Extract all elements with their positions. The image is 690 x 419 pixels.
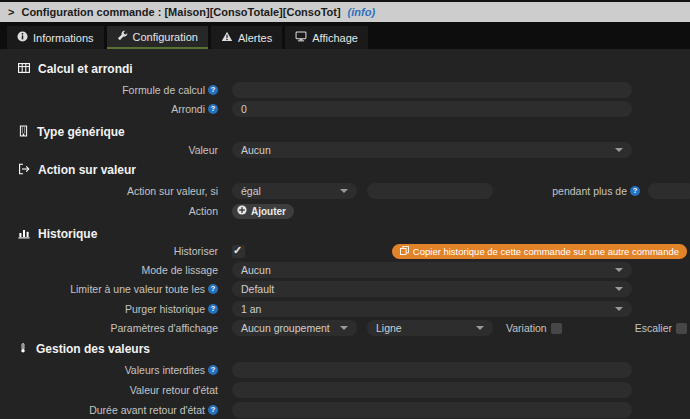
configuration-panel: Calcul et arrondi Formule de calcul Arro… xyxy=(0,49,690,418)
info-type-link[interactable]: (info) xyxy=(348,6,375,18)
chart-bar-icon xyxy=(18,227,30,242)
tab-label: Configuration xyxy=(133,31,198,43)
tab-label: Informations xyxy=(33,32,94,44)
info-circle-icon xyxy=(17,31,28,44)
valeur-select[interactable]: Aucun xyxy=(232,142,632,158)
mode-de-lissage-select[interactable]: Aucun xyxy=(232,262,632,278)
sign-out-icon xyxy=(18,163,30,178)
wrench-icon xyxy=(117,30,128,43)
tab-bar: Informations Configuration Alertes Affic… xyxy=(0,22,690,49)
parametres-affichage-label: Paramètres d'affichage xyxy=(0,322,222,334)
section-title: Action sur valeur xyxy=(38,163,136,177)
valeurs-interdites-label: Valeurs interdites xyxy=(0,364,222,376)
valeur-retour-etat-input[interactable] xyxy=(232,382,632,398)
section-title: Historique xyxy=(38,227,97,241)
action-sur-valeur-si-row: Action sur valeur, si égal pendant plus … xyxy=(0,183,690,199)
copy-icon xyxy=(400,246,409,257)
condition-select[interactable]: égal xyxy=(232,183,357,199)
action-sur-valeur-si-label: Action sur valeur, si xyxy=(0,185,222,197)
duree-avant-retour-etat-label: Durée avant retour d'état xyxy=(0,404,222,416)
arrondi-input[interactable] xyxy=(232,101,632,117)
section-historique: Historique xyxy=(18,227,690,241)
warning-triangle-icon xyxy=(221,31,233,44)
help-icon[interactable] xyxy=(208,304,218,314)
building-icon xyxy=(18,125,29,140)
parametres-affichage-row: Paramètres d'affichage Aucun groupement … xyxy=(0,320,690,336)
pendant-plus-de-label: pendant plus de xyxy=(552,185,640,197)
collapse-chevron-icon[interactable]: > xyxy=(8,6,14,18)
help-icon[interactable] xyxy=(208,365,218,375)
chevron-down-icon xyxy=(615,307,623,311)
valeur-retour-etat-row: Valeur retour d'état xyxy=(0,382,690,398)
variation-checkbox[interactable] xyxy=(551,323,562,334)
type-graphique-select[interactable]: Ligne xyxy=(367,320,493,336)
dialog-title: Configuration commande : [Maison][ConsoT… xyxy=(21,6,340,18)
mode-de-lissage-label: Mode de lissage xyxy=(0,264,222,276)
arrondi-label: Arrondi xyxy=(0,103,222,115)
mode-de-lissage-row: Mode de lissage Aucun xyxy=(0,262,690,278)
monitor-icon xyxy=(295,31,307,44)
section-title: Gestion des valeurs xyxy=(36,342,150,356)
pendant-plus-de-input[interactable] xyxy=(648,183,690,199)
copier-historique-button[interactable]: Copier historique de cette commande sur … xyxy=(392,244,687,259)
historiser-label: Historiser xyxy=(0,245,222,257)
chevron-down-icon xyxy=(340,326,348,330)
tab-alertes[interactable]: Alertes xyxy=(211,26,282,49)
valeurs-interdites-input[interactable] xyxy=(232,362,632,378)
tab-configuration[interactable]: Configuration xyxy=(107,26,208,49)
arrondi-row: Arrondi xyxy=(0,101,690,117)
purger-historique-label: Purger historique xyxy=(0,303,222,315)
chevron-down-icon xyxy=(615,287,623,291)
section-type-generique: Type générique xyxy=(18,125,690,139)
plus-circle-icon xyxy=(237,205,247,217)
chevron-down-icon xyxy=(476,326,484,330)
historiser-row: Historiser Copier historique de cette co… xyxy=(0,243,690,259)
chevron-down-icon xyxy=(615,268,623,272)
chevron-down-icon xyxy=(615,148,623,152)
escalier-label: Escalier xyxy=(635,322,672,334)
dialog-titlebar: > Configuration commande : [Maison][Cons… xyxy=(0,0,690,22)
table-icon xyxy=(18,62,30,77)
help-icon[interactable] xyxy=(208,284,218,294)
condition-value-input[interactable] xyxy=(367,183,493,199)
valeurs-interdites-row: Valeurs interdites xyxy=(0,362,690,378)
duree-avant-retour-etat-row: Durée avant retour d'état xyxy=(0,402,690,418)
section-gestion-des-valeurs: Gestion des valeurs xyxy=(18,342,690,356)
valeur-retour-etat-label: Valeur retour d'état xyxy=(0,384,222,396)
formule-de-calcul-label: Formule de calcul xyxy=(0,84,222,96)
help-icon[interactable] xyxy=(208,104,218,114)
help-icon[interactable] xyxy=(208,405,218,415)
action-label: Action xyxy=(0,205,222,217)
limiter-valeur-select[interactable]: Default xyxy=(232,281,632,297)
chevron-down-icon xyxy=(340,189,348,193)
valeur-label: Valeur xyxy=(0,144,222,156)
help-icon[interactable] xyxy=(630,186,640,196)
tab-affichage[interactable]: Affichage xyxy=(285,26,368,49)
limiter-valeur-row: Limiter à une valeur toute les Default xyxy=(0,281,690,297)
tab-label: Affichage xyxy=(312,32,358,44)
purger-historique-row: Purger historique 1 an xyxy=(0,301,690,317)
valeur-row: Valeur Aucun xyxy=(0,142,690,158)
action-row: Action Ajouter xyxy=(0,203,690,219)
tab-informations[interactable]: Informations xyxy=(7,26,104,49)
thermometer-icon xyxy=(18,342,28,357)
section-calcul-et-arrondi: Calcul et arrondi xyxy=(18,62,690,76)
variation-label: Variation xyxy=(506,322,547,334)
formule-de-calcul-input[interactable] xyxy=(232,82,632,98)
purger-historique-select[interactable]: 1 an xyxy=(232,301,632,317)
limiter-valeur-label: Limiter à une valeur toute les xyxy=(0,283,222,295)
section-action-sur-valeur: Action sur valeur xyxy=(18,163,690,177)
ajouter-button[interactable]: Ajouter xyxy=(232,204,294,219)
escalier-checkbox[interactable] xyxy=(676,323,687,334)
help-icon[interactable] xyxy=(208,85,218,95)
historiser-checkbox[interactable] xyxy=(232,245,245,258)
tab-label: Alertes xyxy=(238,32,272,44)
duree-avant-retour-etat-input[interactable] xyxy=(232,402,632,418)
formule-de-calcul-row: Formule de calcul xyxy=(0,82,690,98)
groupement-select[interactable]: Aucun groupement xyxy=(232,320,357,336)
section-title: Type générique xyxy=(37,125,125,139)
section-title: Calcul et arrondi xyxy=(38,62,133,76)
